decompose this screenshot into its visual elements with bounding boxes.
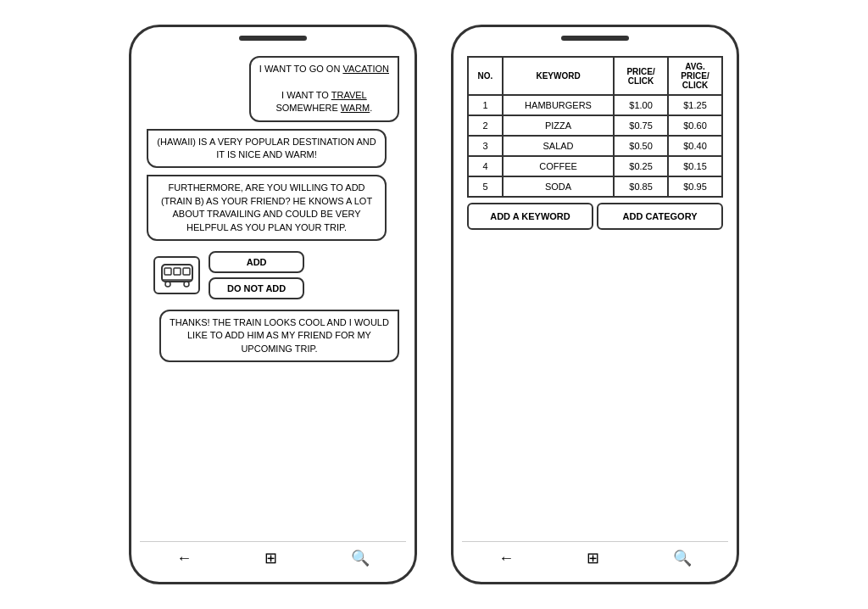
action-buttons: ADD DO NOT ADD [209,251,304,299]
chat-bubble-1: I WANT TO GO ON VACATION I WANT TO TRAVE… [249,56,399,122]
chat-text-1: I WANT TO GO ON VACATION I WANT TO TRAVE… [259,64,389,113]
cell-no: 1 [468,95,503,115]
chat-bubble-4: THANKS! THE TRAIN LOOKS COOL AND I WOULD… [159,310,399,362]
cell-keyword: HAMBURGERS [503,95,614,115]
back-icon-right[interactable]: ← [498,550,514,567]
cell-keyword: PIZZA [503,115,614,136]
home-icon-right[interactable]: ⊞ [587,549,599,567]
left-phone-nav: ← ⊞ 🔍 [140,541,406,569]
chat-text-4: THANKS! THE TRAIN LOOKS COOL AND I WOULD… [170,317,389,354]
table-row: 2 PIZZA $0.75 $0.60 [468,115,722,136]
cell-avg: $0.60 [668,115,722,136]
add-keyword-button[interactable]: ADD A KEYWORD [467,203,593,230]
right-phone-nav: ← ⊞ 🔍 [462,541,728,569]
cell-price: $0.85 [614,176,668,197]
keyword-table: NO. KEYWORD PRICE/CLICK AVG.PRICE/CLICK … [467,56,723,198]
table-row: 5 SODA $0.85 $0.95 [468,176,722,197]
cell-keyword: SALAD [503,136,614,156]
chat-text-2: (HAWAII) IS A VERY POPULAR DESTINATION A… [157,137,376,159]
home-icon-left[interactable]: ⊞ [264,549,277,567]
cell-avg: $0.40 [668,136,722,156]
chat-text-3: FURTHERMORE, ARE YOU WILLING TO ADD (TRA… [161,182,372,232]
action-row: ADD DO NOT ADD [147,248,399,303]
svg-rect-2 [174,268,181,275]
cell-avg: $0.15 [668,156,722,176]
cell-no: 4 [468,156,503,176]
col-header-price: PRICE/CLICK [614,57,668,95]
cell-keyword: COFFEE [503,156,614,176]
main-container: I WANT TO GO ON VACATION I WANT TO TRAVE… [0,0,868,609]
cell-price: $0.50 [614,136,668,156]
svg-rect-3 [183,268,190,275]
table-row: 1 HAMBURGERS $1.00 $1.25 [468,95,722,115]
svg-point-4 [165,282,170,287]
table-content: NO. KEYWORD PRICE/CLICK AVG.PRICE/CLICK … [462,53,728,536]
cell-avg: $1.25 [668,95,722,115]
back-icon-left[interactable]: ← [176,550,192,567]
left-screen: I WANT TO GO ON VACATION I WANT TO TRAVE… [140,53,406,536]
cell-avg: $0.95 [668,176,722,197]
cell-no: 2 [468,115,503,136]
table-row: 3 SALAD $0.50 $0.40 [468,136,722,156]
left-phone: I WANT TO GO ON VACATION I WANT TO TRAVE… [129,25,417,584]
cell-keyword: SODA [503,176,614,197]
add-button[interactable]: ADD [209,251,304,273]
col-header-keyword: KEYWORD [503,57,614,95]
svg-rect-1 [164,268,171,275]
col-header-no: NO. [468,57,503,95]
do-not-add-button[interactable]: DO NOT ADD [209,277,304,299]
cell-price: $0.25 [614,156,668,176]
right-phone: NO. KEYWORD PRICE/CLICK AVG.PRICE/CLICK … [451,25,739,584]
search-icon-left[interactable]: 🔍 [351,549,370,567]
col-header-avg: AVG.PRICE/CLICK [668,57,722,95]
cell-price: $0.75 [614,115,668,136]
svg-point-5 [184,282,189,287]
chat-bubble-2: (HAWAII) IS A VERY POPULAR DESTINATION A… [147,129,387,169]
chat-bubble-3: FURTHERMORE, ARE YOU WILLING TO ADD (TRA… [147,175,387,241]
bus-icon [153,256,200,294]
add-category-button[interactable]: ADD CATEGORY [597,203,723,230]
table-row: 4 COFFEE $0.25 $0.15 [468,156,722,176]
chat-content: I WANT TO GO ON VACATION I WANT TO TRAVE… [140,53,406,536]
search-icon-right[interactable]: 🔍 [673,549,692,567]
table-header-row: NO. KEYWORD PRICE/CLICK AVG.PRICE/CLICK [468,57,722,95]
table-footer: ADD A KEYWORD ADD CATEGORY [467,203,723,230]
right-screen: NO. KEYWORD PRICE/CLICK AVG.PRICE/CLICK … [462,53,728,536]
cell-no: 5 [468,176,503,197]
cell-no: 3 [468,136,503,156]
cell-price: $1.00 [614,95,668,115]
